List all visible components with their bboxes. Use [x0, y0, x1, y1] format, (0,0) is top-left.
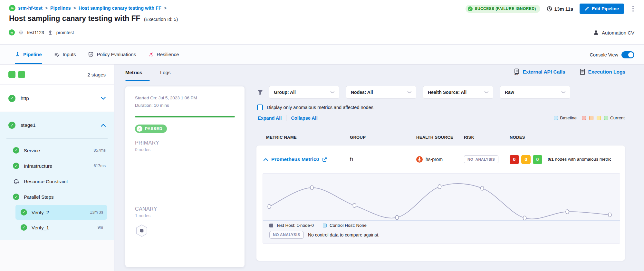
success-check-icon: ✓	[468, 6, 473, 11]
breadcrumb-pipeline-name[interactable]: Host sampling canary testing with FF	[79, 5, 161, 11]
passed-label: PASSED	[145, 126, 162, 131]
group-filter-dropdown[interactable]: Group: All	[269, 86, 339, 99]
col-group: GROUP	[350, 135, 416, 140]
edit-pipeline-button[interactable]: Edit Pipeline	[580, 4, 624, 14]
document-icon	[580, 68, 585, 75]
console-view-toggle[interactable]	[621, 51, 634, 58]
duration-value: 13m 11s	[554, 6, 573, 12]
breadcrumb: ∞ srm-hf-test > Pipelines > Host samplin…	[9, 5, 167, 11]
sidebar-stage-stage1[interactable]: ✓ stage1	[0, 112, 114, 138]
breadcrumb-project[interactable]: srm-hf-test	[18, 5, 43, 11]
test-host-legend-item: Test Host: c-node-0	[269, 223, 314, 228]
nodes-filter-dropdown[interactable]: Nodes: All	[346, 86, 416, 99]
active-tab-underline	[125, 80, 150, 81]
tab-inputs[interactable]: Inputs	[54, 45, 76, 64]
current-orange-swatch	[589, 116, 593, 120]
no-analysis-badge: NO ANALYSIS	[269, 231, 304, 239]
sidebar-step-infrastructure[interactable]: ✓ Infrastructure 617ms	[0, 158, 114, 174]
metrics-table-header: METRIC NAME GROUP HEALTH SOURCE RISK NOD…	[256, 135, 625, 140]
filter-funnel-icon[interactable]	[257, 89, 263, 95]
collapse-all-link[interactable]: Collapse All	[291, 115, 317, 121]
success-check-icon: ✓	[13, 147, 19, 154]
anomalous-node-count-yellow: 0	[521, 155, 531, 164]
gear-icon: ⚙	[18, 30, 24, 35]
health-source-name: hs-prom	[426, 157, 443, 162]
sidebar-footer	[0, 240, 114, 271]
tab-logs[interactable]: Logs	[160, 70, 171, 75]
stage1-section: ✓ stage1 ✓ Service 857ms ✓ Infrast	[0, 112, 114, 240]
control-host-swatch	[323, 224, 327, 227]
nodes-summary: 0/1 nodes with anomalous metric	[548, 156, 612, 163]
service-name: test1123	[27, 30, 44, 35]
step-label: Resource Constraint	[24, 179, 68, 184]
health-source-filter-dropdown[interactable]: Health Source: All	[423, 86, 493, 99]
started-on: Started On: Jul 5, 2023 1:06 PM	[135, 95, 235, 100]
metric-group: f1	[350, 157, 416, 162]
breadcrumb-pipelines[interactable]: Pipelines	[50, 5, 71, 11]
tab-resilience[interactable]: Resilience	[148, 45, 179, 64]
data-mode-dropdown[interactable]: Raw	[500, 86, 570, 99]
sidebar-step-parallel-steps[interactable]: ✓ Parallel Steps	[0, 189, 114, 205]
chevron-down-icon	[485, 91, 488, 94]
execution-logs-link[interactable]: Execution Logs	[580, 68, 625, 75]
canary-node-hexagon[interactable]	[135, 224, 235, 237]
sidebar-stage-http[interactable]: ✓ http	[0, 85, 114, 112]
success-check-icon: ✓	[8, 95, 15, 102]
execution-duration: 13m 11s	[547, 6, 573, 12]
step-duration: 857ms	[93, 148, 106, 153]
test-host-label: Test Host: c-node-0	[276, 223, 314, 228]
col-risk: RISK	[464, 135, 510, 140]
main-tab-bar: Pipeline Inputs Policy Evaluations Resil…	[0, 44, 644, 65]
step-label: Verify_1	[32, 225, 49, 230]
anomalous-filter: Display only anomalous metrics and affec…	[257, 105, 373, 110]
primary-label: PRIMARY	[135, 140, 235, 146]
chevron-down-icon[interactable]	[101, 97, 106, 100]
harness-project-icon: ∞	[9, 5, 15, 11]
analysis-message: No control data to compare against.	[308, 232, 380, 237]
breadcrumb-separator: >	[73, 5, 76, 11]
col-nodes: NODES	[510, 135, 625, 140]
more-options-menu[interactable]	[630, 5, 636, 13]
control-host-legend-item: Control Host: None	[323, 223, 367, 228]
health-source-filter-value: Health Source: All	[428, 90, 466, 95]
chart-color-legend: Baseline Current	[554, 115, 625, 120]
collapse-row-chevron-icon[interactable]	[264, 158, 268, 161]
metrics-panel: API External API Calls Execution Logs	[246, 65, 644, 271]
step-label: Infrastructure	[24, 163, 52, 169]
tab-metrics[interactable]: Metrics	[125, 70, 142, 75]
expand-collapse-controls: Expand All Collapse All	[258, 115, 318, 121]
sidebar-step-resource-constraint[interactable]: Resource Constraint	[0, 174, 114, 189]
nodes-filter-value: Nodes: All	[351, 90, 373, 95]
status-badge: ✓ SUCCESS (FAILURE IGNORED)	[466, 5, 540, 13]
primary-node-count: 0 nodes	[135, 147, 235, 152]
host-legend: Test Host: c-node-0 Control Host: None	[263, 223, 620, 228]
stage-count: 2 stages	[87, 72, 106, 77]
external-link-icon[interactable]	[322, 157, 327, 162]
passed-badge: ✓ PASSED	[135, 125, 167, 133]
tab-policy-evaluations[interactable]: Policy Evaluations	[88, 45, 136, 64]
group-filter-value: Group: All	[274, 90, 296, 95]
breadcrumb-separator: >	[164, 5, 167, 11]
metric-name-link[interactable]: Prometheus Metric0	[271, 156, 319, 162]
metric-sparkline-chart[interactable]	[263, 174, 620, 222]
anomalous-checkbox[interactable]	[257, 105, 263, 110]
canary-label: CANARY	[135, 206, 235, 212]
sidebar-step-service[interactable]: ✓ Service 857ms	[0, 143, 114, 158]
progress-bar	[135, 116, 235, 117]
sidebar-step-verify-1[interactable]: ✓ Verify_1 9m	[15, 220, 107, 235]
content-area: 2 stages ✓ http ✓ stage1	[0, 65, 644, 271]
sidebar-step-verify-2[interactable]: ✓ Verify_2 13m 3s	[15, 205, 107, 220]
chevron-up-icon[interactable]	[101, 124, 106, 127]
current-label: Current	[610, 115, 625, 120]
expand-all-link[interactable]: Expand All	[258, 115, 282, 121]
step-label: Parallel Steps	[24, 194, 54, 200]
stage-label: stage1	[21, 122, 36, 128]
trigger-user: Automation CV	[593, 30, 634, 35]
risk-badge: NO_ANALYSIS	[464, 156, 498, 163]
artifact-name: promtest	[56, 30, 74, 35]
check-icon: ✓	[137, 126, 142, 132]
artifact-icon	[48, 30, 53, 35]
shield-check-icon	[88, 52, 94, 57]
external-api-calls-link[interactable]: API External API Calls	[514, 68, 565, 75]
tab-pipeline[interactable]: Pipeline	[15, 45, 42, 64]
